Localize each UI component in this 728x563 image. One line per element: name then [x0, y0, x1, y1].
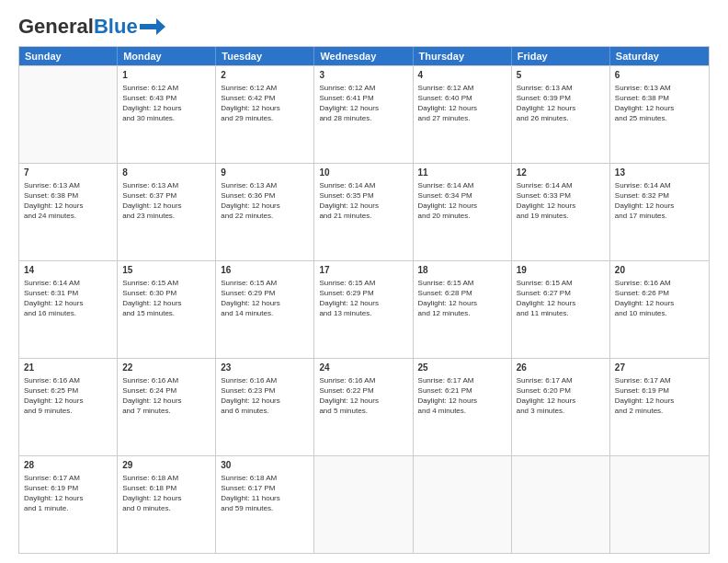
calendar-cell: 23Sunrise: 6:16 AM Sunset: 6:23 PM Dayli…	[216, 359, 314, 455]
logo-text: GeneralBlue	[18, 15, 138, 39]
day-number: 11	[418, 167, 506, 179]
day-number: 23	[221, 362, 309, 374]
day-info: Sunrise: 6:17 AM Sunset: 6:19 PM Dayligh…	[24, 473, 112, 514]
calendar-cell: 15Sunrise: 6:15 AM Sunset: 6:30 PM Dayli…	[118, 261, 216, 358]
header: GeneralBlue	[18, 15, 710, 39]
day-info: Sunrise: 6:16 AM Sunset: 6:22 PM Dayligh…	[319, 375, 407, 417]
day-info: Sunrise: 6:14 AM Sunset: 6:35 PM Dayligh…	[319, 180, 407, 222]
day-info: Sunrise: 6:15 AM Sunset: 6:29 PM Dayligh…	[319, 278, 407, 319]
day-info: Sunrise: 6:12 AM Sunset: 6:41 PM Dayligh…	[319, 83, 407, 124]
calendar-cell: 1Sunrise: 6:12 AM Sunset: 6:43 PM Daylig…	[118, 66, 216, 163]
day-info: Sunrise: 6:15 AM Sunset: 6:27 PM Dayligh…	[517, 278, 605, 319]
calendar-cell: 21Sunrise: 6:16 AM Sunset: 6:25 PM Dayli…	[19, 359, 118, 455]
day-info: Sunrise: 6:13 AM Sunset: 6:36 PM Dayligh…	[221, 180, 309, 222]
day-info: Sunrise: 6:16 AM Sunset: 6:25 PM Dayligh…	[24, 375, 112, 417]
calendar-cell: 5Sunrise: 6:13 AM Sunset: 6:39 PM Daylig…	[512, 66, 610, 163]
day-number: 1	[122, 69, 210, 82]
day-of-week-thursday: Thursday	[414, 47, 512, 65]
day-number: 25	[418, 362, 506, 374]
svg-marker-0	[140, 18, 165, 35]
calendar-cell	[314, 456, 413, 553]
day-of-week-monday: Monday	[118, 47, 216, 65]
calendar-cell: 10Sunrise: 6:14 AM Sunset: 6:35 PM Dayli…	[314, 164, 413, 260]
day-number: 5	[517, 69, 605, 82]
day-number: 24	[319, 362, 407, 374]
day-number: 19	[517, 264, 605, 277]
day-of-week-sunday: Sunday	[19, 47, 118, 65]
calendar-body: 1Sunrise: 6:12 AM Sunset: 6:43 PM Daylig…	[19, 65, 709, 553]
calendar-cell: 13Sunrise: 6:14 AM Sunset: 6:32 PM Dayli…	[610, 164, 709, 260]
calendar-cell: 14Sunrise: 6:14 AM Sunset: 6:31 PM Dayli…	[19, 261, 118, 358]
calendar-cell: 30Sunrise: 6:18 AM Sunset: 6:17 PM Dayli…	[216, 456, 314, 553]
day-info: Sunrise: 6:15 AM Sunset: 6:29 PM Dayligh…	[221, 278, 309, 319]
day-info: Sunrise: 6:17 AM Sunset: 6:21 PM Dayligh…	[418, 375, 506, 417]
day-info: Sunrise: 6:17 AM Sunset: 6:20 PM Dayligh…	[517, 375, 605, 417]
day-info: Sunrise: 6:14 AM Sunset: 6:32 PM Dayligh…	[615, 180, 704, 222]
calendar-cell	[512, 456, 610, 553]
day-info: Sunrise: 6:13 AM Sunset: 6:39 PM Dayligh…	[517, 83, 605, 124]
day-number: 27	[615, 362, 704, 374]
page: GeneralBlue SundayMondayTuesdayWednesday…	[0, 0, 728, 563]
day-number: 4	[418, 69, 506, 82]
day-number: 7	[24, 167, 112, 179]
day-info: Sunrise: 6:13 AM Sunset: 6:38 PM Dayligh…	[615, 83, 704, 124]
calendar-cell: 7Sunrise: 6:13 AM Sunset: 6:38 PM Daylig…	[19, 164, 118, 260]
day-of-week-friday: Friday	[512, 47, 610, 65]
calendar-cell	[19, 66, 118, 163]
logo: GeneralBlue	[18, 15, 165, 39]
calendar-cell: 4Sunrise: 6:12 AM Sunset: 6:40 PM Daylig…	[414, 66, 512, 163]
day-of-week-wednesday: Wednesday	[314, 47, 413, 65]
day-info: Sunrise: 6:12 AM Sunset: 6:40 PM Dayligh…	[418, 83, 506, 124]
calendar-cell	[610, 456, 709, 553]
day-number: 14	[24, 264, 112, 277]
calendar-cell: 19Sunrise: 6:15 AM Sunset: 6:27 PM Dayli…	[512, 261, 610, 358]
calendar-cell: 17Sunrise: 6:15 AM Sunset: 6:29 PM Dayli…	[314, 261, 413, 358]
calendar-cell: 25Sunrise: 6:17 AM Sunset: 6:21 PM Dayli…	[414, 359, 512, 455]
day-info: Sunrise: 6:18 AM Sunset: 6:17 PM Dayligh…	[221, 473, 309, 514]
calendar-week-3: 14Sunrise: 6:14 AM Sunset: 6:31 PM Dayli…	[19, 260, 709, 358]
day-info: Sunrise: 6:16 AM Sunset: 6:23 PM Dayligh…	[221, 375, 309, 417]
calendar-week-4: 21Sunrise: 6:16 AM Sunset: 6:25 PM Dayli…	[19, 358, 709, 455]
day-number: 6	[615, 69, 704, 82]
day-number: 17	[319, 264, 407, 277]
day-number: 9	[221, 167, 309, 179]
calendar-cell: 2Sunrise: 6:12 AM Sunset: 6:42 PM Daylig…	[216, 66, 314, 163]
day-number: 13	[615, 167, 704, 179]
day-number: 10	[319, 167, 407, 179]
day-number: 22	[122, 362, 210, 374]
calendar-header: SundayMondayTuesdayWednesdayThursdayFrid…	[19, 47, 709, 65]
calendar-cell: 18Sunrise: 6:15 AM Sunset: 6:28 PM Dayli…	[414, 261, 512, 358]
calendar-cell: 27Sunrise: 6:17 AM Sunset: 6:19 PM Dayli…	[610, 359, 709, 455]
day-info: Sunrise: 6:16 AM Sunset: 6:26 PM Dayligh…	[615, 278, 704, 319]
day-info: Sunrise: 6:13 AM Sunset: 6:37 PM Dayligh…	[122, 180, 210, 222]
day-number: 21	[24, 362, 112, 374]
day-info: Sunrise: 6:14 AM Sunset: 6:33 PM Dayligh…	[517, 180, 605, 222]
day-info: Sunrise: 6:17 AM Sunset: 6:19 PM Dayligh…	[615, 375, 704, 417]
calendar-cell: 29Sunrise: 6:18 AM Sunset: 6:18 PM Dayli…	[118, 456, 216, 553]
day-number: 8	[122, 167, 210, 179]
day-info: Sunrise: 6:14 AM Sunset: 6:34 PM Dayligh…	[418, 180, 506, 222]
day-number: 12	[517, 167, 605, 179]
logo-arrow-icon	[140, 18, 165, 35]
day-number: 20	[615, 264, 704, 277]
day-of-week-tuesday: Tuesday	[216, 47, 314, 65]
calendar-week-1: 1Sunrise: 6:12 AM Sunset: 6:43 PM Daylig…	[19, 65, 709, 163]
day-of-week-saturday: Saturday	[610, 47, 709, 65]
calendar-cell	[414, 456, 512, 553]
calendar-cell: 28Sunrise: 6:17 AM Sunset: 6:19 PM Dayli…	[19, 456, 118, 553]
day-number: 16	[221, 264, 309, 277]
day-number: 15	[122, 264, 210, 277]
calendar-cell: 26Sunrise: 6:17 AM Sunset: 6:20 PM Dayli…	[512, 359, 610, 455]
day-info: Sunrise: 6:15 AM Sunset: 6:28 PM Dayligh…	[418, 278, 506, 319]
calendar-cell: 12Sunrise: 6:14 AM Sunset: 6:33 PM Dayli…	[512, 164, 610, 260]
calendar-cell: 20Sunrise: 6:16 AM Sunset: 6:26 PM Dayli…	[610, 261, 709, 358]
day-number: 2	[221, 69, 309, 82]
day-number: 18	[418, 264, 506, 277]
calendar-cell: 24Sunrise: 6:16 AM Sunset: 6:22 PM Dayli…	[314, 359, 413, 455]
day-number: 29	[122, 459, 210, 472]
calendar-week-5: 28Sunrise: 6:17 AM Sunset: 6:19 PM Dayli…	[19, 455, 709, 553]
day-number: 3	[319, 69, 407, 82]
calendar-cell: 11Sunrise: 6:14 AM Sunset: 6:34 PM Dayli…	[414, 164, 512, 260]
day-number: 30	[221, 459, 309, 472]
day-info: Sunrise: 6:18 AM Sunset: 6:18 PM Dayligh…	[122, 473, 210, 514]
